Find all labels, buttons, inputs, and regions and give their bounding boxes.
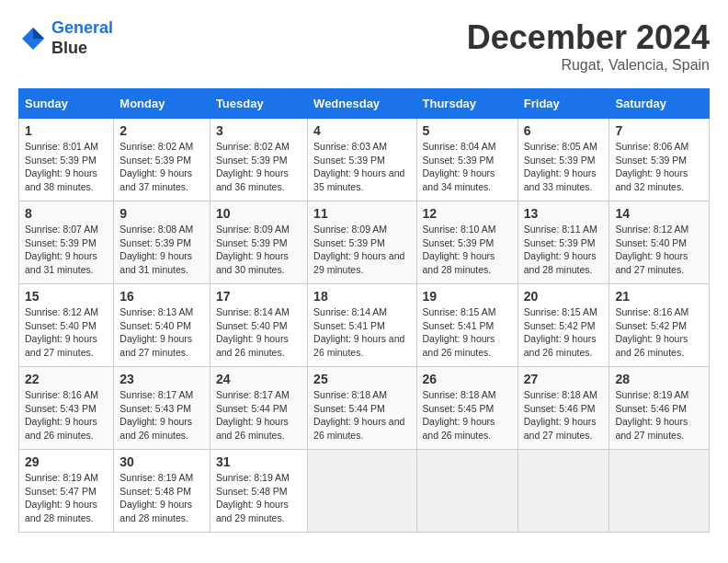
day-info: Sunrise: 8:19 AMSunset: 5:48 PMDaylight:… xyxy=(216,471,301,525)
weekday-header-monday: Monday xyxy=(114,89,210,119)
calendar-cell: 4Sunrise: 8:03 AMSunset: 5:39 PMDaylight… xyxy=(308,119,416,201)
calendar-cell: 22Sunrise: 8:16 AMSunset: 5:43 PMDayligh… xyxy=(19,367,114,450)
calendar-cell: 3Sunrise: 8:02 AMSunset: 5:39 PMDaylight… xyxy=(210,119,307,201)
calendar-week-row: 1Sunrise: 8:01 AMSunset: 5:39 PMDaylight… xyxy=(19,119,710,201)
calendar-cell: 2Sunrise: 8:02 AMSunset: 5:39 PMDaylight… xyxy=(114,119,210,201)
calendar-cell: 1Sunrise: 8:01 AMSunset: 5:39 PMDaylight… xyxy=(19,119,114,201)
day-number: 10 xyxy=(216,206,301,221)
day-number: 1 xyxy=(25,123,108,138)
day-number: 25 xyxy=(313,372,410,386)
calendar-cell: 25Sunrise: 8:18 AMSunset: 5:44 PMDayligh… xyxy=(308,367,416,450)
calendar-cell: 12Sunrise: 8:10 AMSunset: 5:39 PMDayligh… xyxy=(416,201,518,284)
calendar-cell xyxy=(416,450,518,533)
day-number: 11 xyxy=(313,206,410,221)
day-number: 26 xyxy=(423,372,512,386)
day-info: Sunrise: 8:16 AMSunset: 5:43 PMDaylight:… xyxy=(25,388,108,442)
logo: General Blue xyxy=(18,18,113,58)
calendar-cell xyxy=(518,450,609,533)
calendar-cell: 28Sunrise: 8:19 AMSunset: 5:46 PMDayligh… xyxy=(609,367,710,450)
weekday-header-friday: Friday xyxy=(518,89,609,119)
day-number: 29 xyxy=(25,454,108,469)
day-number: 3 xyxy=(216,123,301,138)
calendar-cell: 7Sunrise: 8:06 AMSunset: 5:39 PMDaylight… xyxy=(609,119,710,201)
calendar-cell: 6Sunrise: 8:05 AMSunset: 5:39 PMDaylight… xyxy=(518,119,609,201)
day-info: Sunrise: 8:14 AMSunset: 5:41 PMDaylight:… xyxy=(313,305,410,360)
calendar-cell: 30Sunrise: 8:19 AMSunset: 5:48 PMDayligh… xyxy=(114,450,210,533)
day-number: 30 xyxy=(119,454,204,469)
day-number: 21 xyxy=(615,289,703,304)
weekday-header-thursday: Thursday xyxy=(416,89,518,119)
day-info: Sunrise: 8:11 AMSunset: 5:39 PMDaylight:… xyxy=(524,223,604,277)
day-number: 19 xyxy=(423,289,512,304)
day-info: Sunrise: 8:01 AMSunset: 5:39 PMDaylight:… xyxy=(25,140,108,194)
calendar-cell: 18Sunrise: 8:14 AMSunset: 5:41 PMDayligh… xyxy=(308,284,416,367)
day-info: Sunrise: 8:05 AMSunset: 5:39 PMDaylight:… xyxy=(524,140,604,194)
day-info: Sunrise: 8:18 AMSunset: 5:44 PMDaylight:… xyxy=(313,388,410,442)
day-info: Sunrise: 8:12 AMSunset: 5:40 PMDaylight:… xyxy=(615,223,703,277)
calendar-cell xyxy=(308,450,416,533)
calendar-week-row: 29Sunrise: 8:19 AMSunset: 5:47 PMDayligh… xyxy=(19,450,710,533)
calendar-cell: 8Sunrise: 8:07 AMSunset: 5:39 PMDaylight… xyxy=(19,201,114,284)
day-info: Sunrise: 8:18 AMSunset: 5:45 PMDaylight:… xyxy=(423,388,512,442)
day-info: Sunrise: 8:14 AMSunset: 5:40 PMDaylight:… xyxy=(216,305,301,360)
calendar-cell: 23Sunrise: 8:17 AMSunset: 5:43 PMDayligh… xyxy=(114,367,210,450)
calendar-cell xyxy=(609,450,710,533)
logo-text: General Blue xyxy=(51,18,113,58)
day-info: Sunrise: 8:13 AMSunset: 5:40 PMDaylight:… xyxy=(119,305,204,360)
logo-icon xyxy=(18,24,48,53)
day-number: 17 xyxy=(216,289,301,304)
day-number: 20 xyxy=(524,289,604,304)
day-info: Sunrise: 8:15 AMSunset: 5:41 PMDaylight:… xyxy=(423,305,512,360)
day-info: Sunrise: 8:10 AMSunset: 5:39 PMDaylight:… xyxy=(423,223,512,277)
day-info: Sunrise: 8:19 AMSunset: 5:47 PMDaylight:… xyxy=(25,471,108,525)
day-info: Sunrise: 8:15 AMSunset: 5:42 PMDaylight:… xyxy=(524,305,604,360)
calendar-cell: 29Sunrise: 8:19 AMSunset: 5:47 PMDayligh… xyxy=(19,450,114,533)
day-number: 6 xyxy=(524,123,604,138)
day-info: Sunrise: 8:09 AMSunset: 5:39 PMDaylight:… xyxy=(313,223,410,277)
weekday-header-wednesday: Wednesday xyxy=(308,89,416,119)
day-number: 14 xyxy=(615,206,703,221)
calendar-cell: 26Sunrise: 8:18 AMSunset: 5:45 PMDayligh… xyxy=(416,367,518,450)
calendar-week-row: 8Sunrise: 8:07 AMSunset: 5:39 PMDaylight… xyxy=(19,201,710,284)
svg-marker-1 xyxy=(33,28,44,39)
calendar-cell: 20Sunrise: 8:15 AMSunset: 5:42 PMDayligh… xyxy=(518,284,609,367)
day-number: 9 xyxy=(119,206,204,221)
day-number: 7 xyxy=(615,123,703,138)
day-info: Sunrise: 8:16 AMSunset: 5:42 PMDaylight:… xyxy=(615,305,703,360)
header: General Blue December 2024 Rugat, Valenc… xyxy=(18,18,710,74)
location-subtitle: Rugat, Valencia, Spain xyxy=(467,57,710,74)
calendar-cell: 31Sunrise: 8:19 AMSunset: 5:48 PMDayligh… xyxy=(210,450,307,533)
day-number: 13 xyxy=(524,206,604,221)
weekday-header-saturday: Saturday xyxy=(609,89,710,119)
day-number: 18 xyxy=(313,289,410,304)
calendar-cell: 16Sunrise: 8:13 AMSunset: 5:40 PMDayligh… xyxy=(114,284,210,367)
day-number: 27 xyxy=(524,372,604,386)
title-area: December 2024 Rugat, Valencia, Spain xyxy=(467,18,710,74)
calendar-cell: 14Sunrise: 8:12 AMSunset: 5:40 PMDayligh… xyxy=(609,201,710,284)
day-number: 5 xyxy=(423,123,512,138)
day-number: 2 xyxy=(119,123,204,138)
calendar-week-row: 15Sunrise: 8:12 AMSunset: 5:40 PMDayligh… xyxy=(19,284,710,367)
calendar-cell: 15Sunrise: 8:12 AMSunset: 5:40 PMDayligh… xyxy=(19,284,114,367)
day-info: Sunrise: 8:17 AMSunset: 5:43 PMDaylight:… xyxy=(119,388,204,442)
calendar-cell: 27Sunrise: 8:18 AMSunset: 5:46 PMDayligh… xyxy=(518,367,609,450)
calendar-table: SundayMondayTuesdayWednesdayThursdayFrid… xyxy=(18,88,710,533)
day-info: Sunrise: 8:06 AMSunset: 5:39 PMDaylight:… xyxy=(615,140,703,194)
day-info: Sunrise: 8:17 AMSunset: 5:44 PMDaylight:… xyxy=(216,388,301,442)
day-number: 23 xyxy=(119,372,204,386)
calendar-cell: 24Sunrise: 8:17 AMSunset: 5:44 PMDayligh… xyxy=(210,367,307,450)
day-info: Sunrise: 8:03 AMSunset: 5:39 PMDaylight:… xyxy=(313,140,410,194)
calendar-cell: 17Sunrise: 8:14 AMSunset: 5:40 PMDayligh… xyxy=(210,284,307,367)
day-number: 12 xyxy=(423,206,512,221)
calendar-cell: 21Sunrise: 8:16 AMSunset: 5:42 PMDayligh… xyxy=(609,284,710,367)
day-info: Sunrise: 8:19 AMSunset: 5:48 PMDaylight:… xyxy=(119,471,204,525)
weekday-header-row: SundayMondayTuesdayWednesdayThursdayFrid… xyxy=(19,89,710,119)
calendar-cell: 11Sunrise: 8:09 AMSunset: 5:39 PMDayligh… xyxy=(308,201,416,284)
calendar-cell: 10Sunrise: 8:09 AMSunset: 5:39 PMDayligh… xyxy=(210,201,307,284)
day-info: Sunrise: 8:09 AMSunset: 5:39 PMDaylight:… xyxy=(216,223,301,277)
day-info: Sunrise: 8:08 AMSunset: 5:39 PMDaylight:… xyxy=(119,223,204,277)
day-number: 16 xyxy=(119,289,204,304)
day-number: 28 xyxy=(615,372,703,386)
weekday-header-sunday: Sunday xyxy=(19,89,114,119)
day-info: Sunrise: 8:02 AMSunset: 5:39 PMDaylight:… xyxy=(216,140,301,194)
